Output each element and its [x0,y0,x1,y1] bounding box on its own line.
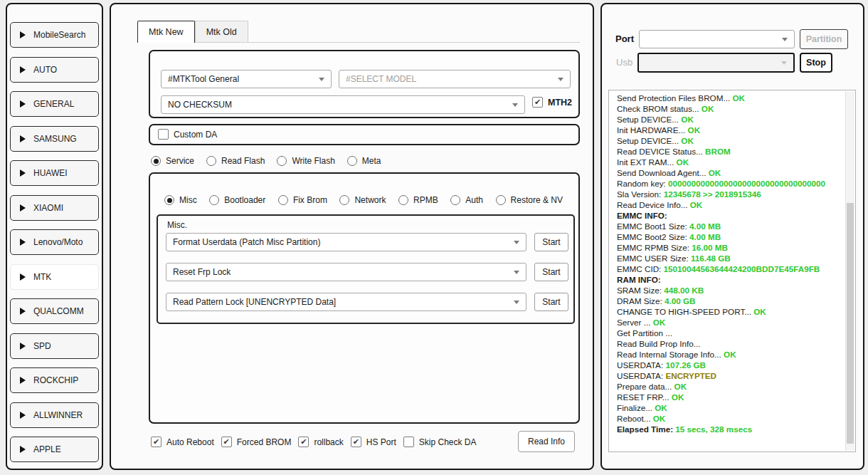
radio-mode-meta[interactable]: Meta [347,156,381,166]
checkbox-forced-brom[interactable]: ✔Forced BROM [221,437,292,447]
custom-da-checkbox[interactable]: Custom DA [158,129,217,140]
log-line-label: DRAM Size: [617,296,665,306]
tab-mtk-new[interactable]: Mtk New [137,21,195,43]
checkbox-label: Skip Check DA [419,437,477,447]
checkbox-checked-icon: ✔ [351,437,361,447]
radio-service-auth[interactable]: Auth [450,195,483,205]
sidebar-item-xiaomi[interactable]: XIAOMI [10,195,99,221]
checkbox-hs-port[interactable]: ✔HS Port [351,437,396,447]
sidebar-item-samsung[interactable]: SAMSUNG [10,126,99,152]
sidebar-item-rockchip[interactable]: ROCKCHIP [10,367,99,393]
radio-selected-icon [164,195,174,205]
log-line-label: EMMC INFO: [617,211,667,220]
sidebar-item-label: HUAWEI [33,168,68,178]
log-line-value: OK [677,157,689,167]
radio-label: Write Flash [292,156,334,166]
checksum-select[interactable]: NO CHECKSUM [161,95,525,114]
misc-group-title: Misc. [167,220,187,230]
checkbox-skip-check-da[interactable]: Skip Check DA [403,437,477,447]
checkbox-auto-reboot[interactable]: ✔Auto Reboot [151,437,214,447]
sidebar-item-label: XIAOMI [33,203,63,213]
log-line-value: OK [681,115,694,124]
partition-button[interactable]: Partition [800,29,848,49]
mth2-checkbox[interactable]: ✔ MTH2 [532,97,572,108]
model-select[interactable]: #SELECT MODEL [339,70,571,88]
log-line-label: EMMC CID: [617,264,664,273]
misc-action-select-3[interactable]: Read Pattern Lock [UNENCRYPTED Data] [166,293,526,311]
start-button-1[interactable]: Start [534,233,568,251]
sidebar-item-mobilesearch[interactable]: MobileSearch [10,22,99,48]
usb-select[interactable] [637,53,795,73]
port-select[interactable] [639,30,795,48]
radio-service-network[interactable]: Network [339,195,386,205]
misc-action-select-2[interactable]: Reset Frp Lock [166,263,526,281]
log-line: Setup DEVICE... OK [617,114,845,125]
log-line-label: Random key: [617,179,668,188]
log-scrollbar-thumb[interactable] [847,203,854,444]
radio-label: Restore & NV [511,195,563,205]
sidebar-item-allwinner[interactable]: ALLWINNER [10,402,99,428]
sidebar-item-huawei[interactable]: HUAWEI [10,160,99,186]
misc-action-select-1[interactable]: Format Userdata (Patch Misc Partition) [166,233,526,251]
log-line-value: 116.48 GB [691,254,731,263]
tool-select[interactable]: #MTKTool General [161,70,332,88]
radio-label: Network [354,195,386,205]
log-line: USERDATA: 107.26 GB [617,360,845,370]
start-button-label: Start [542,267,560,277]
log-line-label: EMMC USER Size: [617,254,691,263]
mtk-tab-strip: Mtk New Mtk Old [137,20,580,43]
play-triangle-icon [20,204,26,212]
radio-mode-service[interactable]: Service [151,156,194,166]
sidebar-item-general[interactable]: GENERAL [10,91,99,117]
log-line: EMMC RPMB Size: 16.00 MB [617,242,845,253]
checkbox-label: Forced BROM [237,437,292,447]
log-line-value: OK [674,382,687,391]
read-info-button[interactable]: Read Info [518,431,575,452]
radio-service-misc[interactable]: Misc [164,195,197,205]
radio-service-bootloader[interactable]: Bootloader [209,195,265,205]
tab-mtk-old[interactable]: Mtk Old [195,21,248,42]
log-line-label: USERDATA: [617,360,665,370]
log-line: Elapsed Time: 15 secs, 328 msecs [617,424,845,434]
log-scrollbar[interactable] [845,91,854,451]
checkbox-unchecked-icon [403,437,414,447]
start-button-2[interactable]: Start [534,263,568,281]
log-line-value: OK [753,307,766,316]
log-line: Random key: 0000000000000000000000000000… [617,178,845,189]
sidebar-item-mtk[interactable]: MTK [10,264,99,290]
play-triangle-icon [20,239,26,246]
log-line-value: 107.26 GB [665,360,706,370]
radio-service-fix-brom[interactable]: Fix Brom [278,195,327,205]
radio-mode-read-flash[interactable]: Read Flash [206,156,265,166]
log-line-value: OK [653,414,666,423]
radio-mode-write-flash[interactable]: Write Flash [277,156,334,166]
radio-label: RPMB [413,195,438,205]
sidebar-item-apple[interactable]: APPLE [10,437,99,462]
radio-label: Bootloader [224,195,265,205]
checkbox-unchecked-icon [158,129,169,140]
sidebar-item-auto[interactable]: AUTO [10,57,99,83]
sidebar-item-spd[interactable]: SPD [10,333,99,359]
sidebar-item-lenovo-moto[interactable]: Lenovo/Moto [10,229,99,255]
log-line: DRAM Size: 4.00 GB [617,296,845,306]
log-line: Check BROM status... OK [617,103,845,114]
sidebar-item-label: AUTO [33,65,57,75]
play-triangle-icon [20,66,26,73]
log-line-value: OK [655,403,667,412]
radio-service-rpmb[interactable]: RPMB [398,195,438,205]
mtk-panel: Mtk New Mtk Old #MTKTool General #SELECT… [110,3,594,470]
play-triangle-icon [20,273,26,281]
log-line: Read Internal Storage Info... OK [617,349,845,360]
log-line-label: Send Download Agent... [617,168,709,177]
stop-button[interactable]: Stop [800,53,832,73]
start-button-3[interactable]: Start [534,293,568,311]
sidebar-item-qualcomm[interactable]: QUALCOMM [10,298,99,324]
log-line-value: OK [653,318,666,327]
misc-action-row: Reset Frp LockStart [166,263,568,281]
play-triangle-icon [20,100,26,108]
read-info-label: Read Info [528,437,565,447]
log-line-label: Read Device Info... [617,200,690,209]
checkbox-rollback[interactable]: ✔rollback [298,437,343,447]
chevron-down-icon [514,301,519,304]
radio-service-restore-nv[interactable]: Restore & NV [496,195,563,205]
